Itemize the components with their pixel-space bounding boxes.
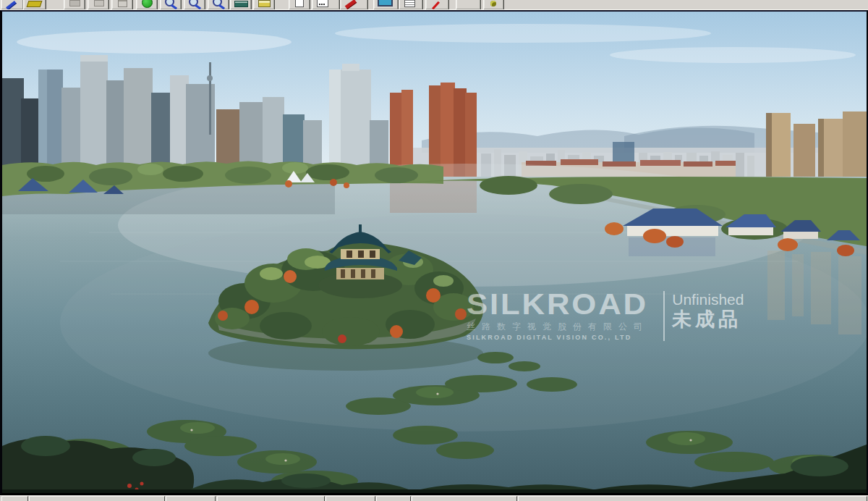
toolbar-button-pages[interactable]	[312, 0, 340, 10]
statusbar-segment	[29, 496, 165, 501]
lake-rendering-image	[2, 12, 867, 493]
statusbar-segment	[518, 496, 867, 501]
monitor-icon	[378, 0, 393, 7]
toolbar-button-print[interactable]	[230, 0, 252, 10]
copy-icon	[94, 0, 104, 7]
toolbar-button-monitor[interactable]	[373, 0, 399, 10]
thumbnails-icon	[258, 0, 271, 7]
statusbar-segment	[376, 496, 411, 501]
properties-icon	[404, 0, 415, 7]
toolbar-button-properties[interactable]	[399, 0, 423, 10]
toolbar-button-green-ball[interactable]	[136, 0, 158, 10]
help-icon	[490, 1, 496, 7]
statusbar-segment	[1, 496, 28, 501]
image-viewer-canvas[interactable]: SILKROAD 丝路数字视觉股份有限公司 SILKROAD DIGITAL V…	[0, 10, 868, 495]
toolbar-button-copy[interactable]	[88, 0, 109, 10]
toolbar-button-paste[interactable]	[111, 0, 133, 10]
blue-pen-icon	[6, 1, 17, 10]
pages-icon	[317, 0, 328, 7]
statusbar-segment	[217, 496, 325, 501]
toolbar-button-help[interactable]	[483, 0, 504, 10]
red-brush-icon	[345, 0, 357, 9]
statusbar-segment	[326, 496, 375, 501]
green-ball-icon	[142, 0, 153, 8]
statusbar-segment	[166, 496, 216, 501]
statusbar-segment	[412, 496, 517, 501]
toolbar-button-red-brush[interactable]	[340, 0, 368, 10]
toolbar-button-zoom-in[interactable]	[160, 0, 182, 10]
status-bar	[0, 495, 868, 501]
toolbar-button-blue-pen[interactable]	[1, 0, 24, 10]
toolbar-button-save[interactable]	[64, 0, 85, 10]
toolbar-button-page[interactable]	[289, 0, 310, 10]
red-pencil-icon	[432, 1, 440, 10]
paste-icon	[118, 0, 127, 7]
printer-icon	[234, 1, 248, 7]
open-folder-icon	[27, 1, 43, 7]
save-icon	[69, 0, 80, 7]
toolbar-button-zoom-fit[interactable]	[208, 0, 229, 10]
toolbar-button-open[interactable]	[23, 0, 46, 10]
page-icon	[295, 0, 304, 7]
toolbar-button-blank[interactable]	[456, 0, 481, 10]
toolbar-button-thumbnails[interactable]	[253, 0, 275, 10]
main-toolbar	[0, 0, 868, 10]
toolbar-button-red-pencil[interactable]	[425, 0, 449, 10]
toolbar-button-zoom-out[interactable]	[184, 0, 205, 10]
